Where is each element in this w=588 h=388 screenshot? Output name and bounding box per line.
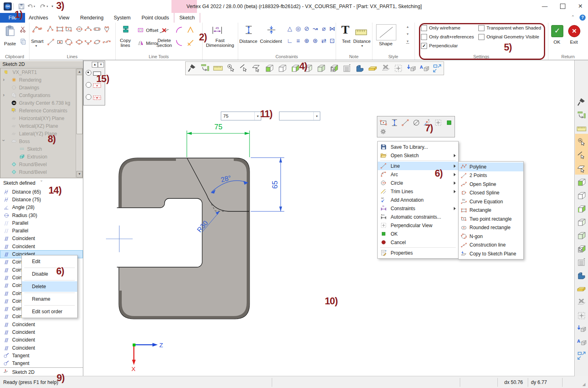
- shape-style-button[interactable]: [376, 24, 396, 40]
- exit-label[interactable]: Exit: [565, 40, 583, 44]
- constraint-item-angle-28-[interactable]: Angle (28): [0, 204, 83, 211]
- delete-section-label1[interactable]: Delete: [154, 38, 174, 43]
- copy-lines-icon[interactable]: [120, 25, 131, 36]
- constraint-tool[interactable]: ⊡: [328, 37, 336, 44]
- smart-line-icon[interactable]: [32, 25, 42, 35]
- menu-item-trim-lines[interactable]: Trim Lines: [378, 187, 458, 196]
- offset-icon[interactable]: [137, 27, 144, 34]
- tree-item-vx-part1[interactable]: VX_PART1: [0, 68, 82, 76]
- scroll-down-icon[interactable]: ▼: [76, 171, 82, 177]
- mode-radio-1[interactable]: [86, 70, 91, 76]
- menu-item-properties[interactable]: Properties: [378, 249, 458, 257]
- arcdn-tool[interactable]: [84, 38, 92, 46]
- menu-item-edit[interactable]: Edit: [22, 256, 77, 267]
- cubesides-button[interactable]: [577, 204, 586, 214]
- pquery-button[interactable]: ?: [422, 117, 433, 128]
- close-button[interactable]: ✕: [573, 0, 587, 12]
- dropdown-arrow-icon[interactable]: ▼: [254, 112, 261, 120]
- fast-dim-label2[interactable]: Dimensioning: [202, 43, 238, 48]
- tree-item-lateral-yz-plane[interactable]: Lateral(YZ) Plane: [0, 130, 82, 137]
- inscube-button[interactable]: [577, 324, 586, 334]
- ellipse2-tool[interactable]: [93, 38, 101, 46]
- listi-button[interactable]: [341, 62, 353, 75]
- constraint-item-distance-75-[interactable]: Distance (75): [0, 196, 83, 203]
- tree-item-gravity-center-6-738-kg[interactable]: 10Gravity Center 6.738 kg: [0, 99, 82, 107]
- constraint-tool[interactable]: ⌀: [319, 25, 328, 32]
- constraint-item-coincident[interactable]: Coincident: [0, 344, 83, 352]
- resize-grip[interactable]: ◢: [582, 382, 586, 386]
- rect-tool[interactable]: [56, 25, 64, 33]
- constraint-item-distance-65-[interactable]: Distance (65): [0, 188, 83, 196]
- checkbox-original-geometry-visible[interactable]: [478, 34, 484, 40]
- slot-cutout[interactable]: [117, 198, 202, 267]
- checkbox-transparent-when-shaded[interactable]: [478, 25, 484, 31]
- ok-label[interactable]: OK: [548, 40, 566, 44]
- menu-item-n-gon[interactable]: N-gon: [459, 232, 523, 241]
- chamf1-tool[interactable]: [186, 26, 195, 34]
- model-tree[interactable]: VX_PART1›RenderingDrawings›Configuration…: [0, 68, 83, 178]
- pin-button[interactable]: [186, 62, 199, 75]
- tprect2-button[interactable]: [378, 117, 389, 128]
- text-tool-icon[interactable]: T: [341, 23, 349, 36]
- menu-item-ok[interactable]: OK: [378, 230, 458, 238]
- circlesel-button[interactable]: [577, 137, 586, 147]
- copy-lines-label2[interactable]: lines: [115, 43, 135, 48]
- ruler-button[interactable]: [577, 124, 586, 134]
- menu-item-open-sketch[interactable]: Open Sketch: [378, 151, 458, 160]
- quick-access-customize-icon[interactable]: ▼: [51, 5, 54, 8]
- cut-icon[interactable]: [19, 26, 27, 33]
- tprect2-tool[interactable]: [65, 25, 73, 33]
- copy-lines-label1[interactable]: Copy: [115, 38, 135, 43]
- tree-scrollbar[interactable]: ▲ ▼: [76, 69, 82, 177]
- smart-label[interactable]: Smart: [29, 39, 45, 44]
- menu-item-automatic-constraints-[interactable]: AutoAutomatic constraints...: [378, 213, 458, 221]
- constraint-tool[interactable]: ⋈: [328, 25, 336, 32]
- ellipse-tool[interactable]: [75, 38, 83, 46]
- acube-button[interactable]: A: [577, 337, 586, 347]
- menu-item-constraints[interactable]: 11Constraints: [378, 204, 458, 213]
- menu-item-rounded-rectangle[interactable]: Rounded rectangle: [459, 224, 523, 232]
- menu-item-copy-to-sketch-plane[interactable]: Copy to Sketch Plane: [459, 249, 523, 258]
- dimension-value-dropdown-2[interactable]: ▼: [279, 112, 320, 120]
- fillet1-tool[interactable]: [175, 26, 183, 34]
- listi-button[interactable]: [577, 257, 586, 267]
- copy-icon[interactable]: [19, 38, 27, 45]
- moveplane-button[interactable]: [577, 111, 586, 120]
- ok-button[interactable]: ✓: [551, 25, 563, 37]
- menu-item-edit-sort-order[interactable]: Edit sort order: [22, 306, 77, 317]
- menu-item-2-points[interactable]: 2 Points: [459, 171, 523, 180]
- tree-item-boss[interactable]: ›Boss: [0, 137, 82, 145]
- menu-item-construction-line[interactable]: Construction line: [459, 241, 523, 250]
- distance-constraint-icon[interactable]: [243, 25, 254, 35]
- okg-button[interactable]: [444, 117, 455, 128]
- cubesel-button[interactable]: [328, 62, 341, 75]
- angline-tool[interactable]: [47, 25, 55, 33]
- constraint-tool[interactable]: ⇄: [319, 37, 328, 44]
- perpx-button[interactable]: [392, 62, 405, 75]
- mode-radio-2[interactable]: [86, 82, 91, 88]
- scroll-up-icon[interactable]: ▲: [76, 69, 82, 75]
- constraint-tool[interactable]: ⊘: [302, 25, 311, 32]
- slab-button[interactable]: [366, 62, 379, 75]
- menu-item-disable[interactable]: Disable: [22, 269, 77, 279]
- dimension-value-dropdown[interactable]: 75 ▼: [221, 112, 261, 120]
- constraint-tool[interactable]: ↝: [311, 25, 319, 32]
- menu-item-perpendicular-view[interactable]: Perpendicular View: [378, 221, 458, 230]
- menu-item-rename[interactable]: Rename: [22, 294, 77, 304]
- menu-item-two-point-rectangle[interactable]: Two point rectangle: [459, 215, 523, 224]
- tree-item-sketch[interactable]: Sketch: [0, 145, 82, 153]
- fast-dim-label1[interactable]: Fast: [202, 38, 238, 43]
- tree-item-rendering[interactable]: ›Rendering: [0, 76, 82, 84]
- coincident-constraint-icon[interactable]: [266, 25, 277, 35]
- acube-button[interactable]: A: [418, 62, 431, 75]
- delete-section-icon[interactable]: [159, 26, 169, 36]
- panel-collapse-icon[interactable]: ▲: [92, 62, 98, 67]
- width-dimension[interactable]: [187, 131, 250, 157]
- menu-item-delete[interactable]: Delete: [22, 281, 77, 292]
- constraint-tool[interactable]: ⊕: [302, 37, 311, 44]
- height-dimension[interactable]: [251, 158, 284, 211]
- fitview-button[interactable]: [431, 62, 444, 75]
- constraint-item-coincident[interactable]: Coincident: [0, 235, 83, 242]
- constraint-item-coincident[interactable]: Coincident: [0, 336, 83, 344]
- fillet2-tool[interactable]: [175, 39, 183, 47]
